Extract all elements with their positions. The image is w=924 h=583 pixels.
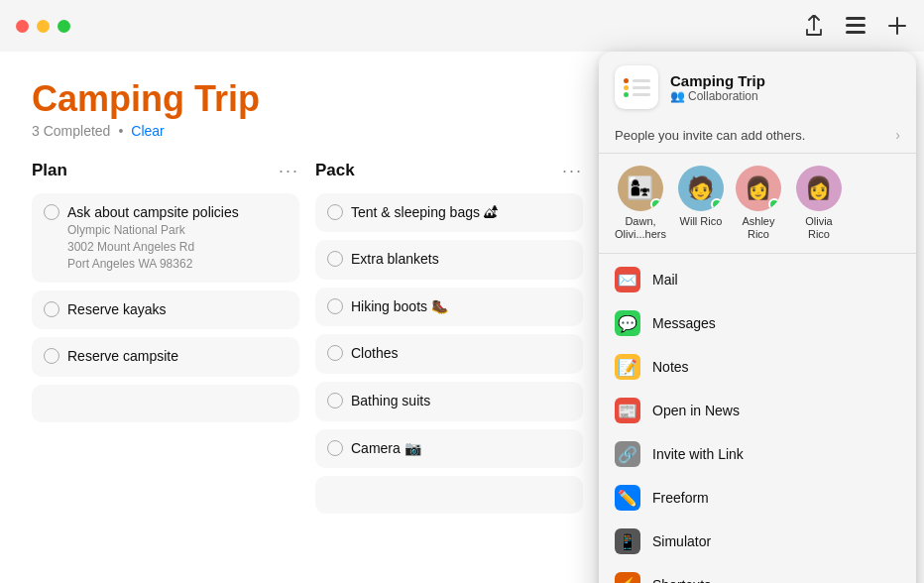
task-checkbox[interactable] — [327, 393, 343, 408]
bullet-bar — [633, 93, 650, 96]
task-subtext: Olympic National Park3002 Mount Angeles … — [67, 222, 239, 272]
task-title: Ask about campsite policies — [67, 203, 239, 223]
list-view-button[interactable] — [845, 15, 866, 37]
titlebar-actions — [803, 15, 908, 37]
plan-column: Plan ··· Ask about campsite policies Oly… — [32, 161, 299, 569]
maximize-button[interactable] — [58, 20, 70, 33]
close-button[interactable] — [16, 20, 29, 33]
table-row[interactable]: Reserve campsite — [32, 337, 299, 377]
menu-item-invite-link[interactable]: 🔗 Invite with Link — [599, 432, 916, 476]
menu-item-simulator[interactable]: 📱 Simulator — [599, 520, 916, 563]
avatar-emoji: 👩 — [745, 175, 771, 201]
menu-item-shortcuts[interactable]: ⚡ Shortcuts — [599, 563, 916, 583]
plan-column-title: Plan — [32, 161, 67, 180]
menu-label-news: Open in News — [652, 403, 740, 418]
menu-item-messages[interactable]: 💬 Messages — [599, 301, 916, 345]
task-title: Reserve kayaks — [67, 300, 167, 320]
avatar-circle: 👩‍👧 — [618, 166, 663, 211]
task-title: Hiking boots 🥾 — [351, 297, 448, 317]
svg-rect-2 — [846, 31, 866, 34]
menu-label-mail: Mail — [652, 272, 678, 288]
bullet-bar — [633, 79, 650, 82]
menu-item-freeform[interactable]: ✏️ Freeform — [599, 476, 916, 520]
share-button[interactable] — [803, 15, 825, 37]
plan-more-button[interactable]: ··· — [279, 161, 299, 181]
menu-label-invite-link: Invite with Link — [652, 446, 744, 462]
pack-more-button[interactable]: ··· — [562, 161, 583, 181]
link-icon: 🔗 — [615, 441, 640, 467]
svg-rect-0 — [846, 17, 866, 20]
news-icon: 📰 — [615, 398, 640, 423]
task-title: Bathing suits — [351, 392, 430, 411]
popup-app-icon — [615, 65, 658, 109]
dot-separator: • — [118, 123, 123, 139]
task-empty[interactable] — [315, 476, 583, 514]
popup-menu: ✉️ Mail 💬 Messages 📝 Notes 📰 Open in New… — [599, 254, 916, 583]
table-row[interactable]: Extra blankets — [315, 240, 583, 280]
table-row[interactable]: Reserve kayaks — [32, 291, 299, 330]
task-checkbox[interactable] — [327, 345, 343, 361]
add-button[interactable] — [886, 15, 908, 37]
table-row[interactable]: Ask about campsite policies Olympic Nati… — [32, 193, 299, 283]
task-checkbox[interactable] — [327, 298, 343, 314]
invite-text: People you invite can add others. — [615, 128, 805, 143]
task-title: Clothes — [351, 344, 398, 364]
minimize-button[interactable] — [37, 20, 50, 33]
task-checkbox[interactable] — [327, 251, 343, 267]
menu-item-news[interactable]: 📰 Open in News — [599, 389, 916, 432]
task-checkbox[interactable] — [327, 204, 343, 220]
plan-column-header: Plan ··· — [32, 161, 299, 181]
pack-column-header: Pack ··· — [315, 161, 583, 181]
traffic-lights — [16, 20, 70, 33]
table-row[interactable]: Camera 📷 — [315, 429, 583, 469]
freeform-icon: ✏️ — [615, 485, 640, 511]
titlebar — [0, 0, 924, 52]
menu-item-mail[interactable]: ✉️ Mail — [599, 258, 916, 301]
bullet-dot — [624, 85, 629, 90]
share-popup: Camping Trip 👥 Collaboration People you … — [599, 52, 916, 583]
people-icon: 👥 — [670, 89, 685, 103]
shortcuts-icon: ⚡ — [615, 572, 640, 583]
avatar-will[interactable]: 🧑 Will Rico — [678, 166, 724, 241]
avatar-online-indicator — [650, 198, 662, 210]
task-checkbox[interactable] — [44, 301, 59, 317]
popup-invite-row[interactable]: People you invite can add others. › — [599, 121, 916, 154]
clear-button[interactable]: Clear — [131, 123, 164, 139]
avatar-label: Dawn,Olivi...hers — [615, 215, 666, 241]
task-checkbox[interactable] — [327, 440, 343, 456]
avatar-ashley[interactable]: 👩 AshleyRico — [736, 166, 781, 241]
menu-label-shortcuts: Shortcuts — [652, 577, 711, 583]
avatar-dawn[interactable]: 👩‍👧 Dawn,Olivi...hers — [615, 166, 666, 241]
task-title: Reserve campsite — [67, 347, 178, 367]
task-empty[interactable] — [32, 385, 299, 422]
task-checkbox[interactable] — [44, 204, 59, 220]
avatar-online-indicator — [768, 198, 780, 210]
bullet-line-3 — [624, 92, 650, 97]
table-row[interactable]: Bathing suits — [315, 382, 583, 421]
popup-title-block: Camping Trip 👥 Collaboration — [670, 72, 765, 103]
avatar-circle: 🧑 — [678, 166, 724, 211]
avatar-label: Will Rico — [680, 215, 723, 228]
menu-label-messages: Messages — [652, 315, 716, 331]
avatar-olivia[interactable]: 👩 Olivia Rico — [793, 166, 845, 241]
pack-column: Pack ··· Tent & sleeping bags 🏕 Extra bl… — [315, 161, 583, 569]
task-title: Tent & sleeping bags 🏕 — [351, 203, 498, 223]
avatar-label: AshleyRico — [742, 215, 774, 241]
task-checkbox[interactable] — [44, 348, 59, 364]
menu-item-notes[interactable]: 📝 Notes — [599, 345, 916, 389]
avatar-emoji: 👩 — [805, 175, 832, 201]
avatar-circle: 👩 — [736, 166, 781, 211]
pack-column-title: Pack — [315, 161, 355, 180]
simulator-icon: 📱 — [615, 528, 640, 554]
avatar-online-indicator — [711, 198, 723, 210]
table-row[interactable]: Tent & sleeping bags 🏕 — [315, 193, 583, 233]
table-row[interactable]: Clothes — [315, 334, 583, 374]
popup-collab-label: 👥 Collaboration — [670, 89, 765, 103]
task-title: Extra blankets — [351, 250, 439, 270]
completed-count: 3 Completed — [32, 123, 110, 139]
avatar-emoji: 🧑 — [687, 175, 714, 201]
bullet-line-1 — [624, 78, 650, 83]
svg-rect-1 — [846, 24, 866, 27]
mail-icon: ✉️ — [615, 267, 640, 292]
table-row[interactable]: Hiking boots 🥾 — [315, 288, 583, 327]
